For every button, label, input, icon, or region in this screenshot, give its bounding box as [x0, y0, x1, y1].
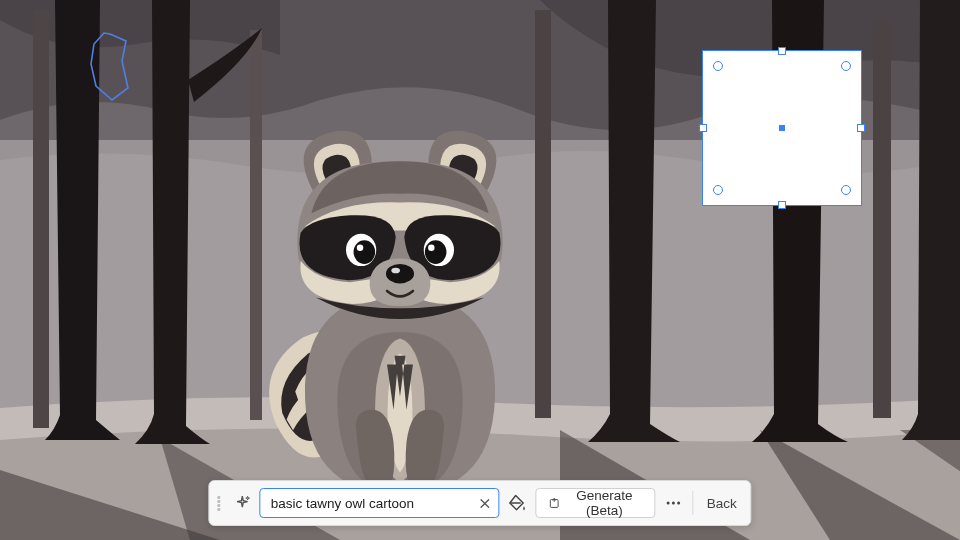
- clear-prompt-icon[interactable]: [476, 494, 494, 512]
- svg-rect-2: [33, 10, 49, 428]
- more-options-icon[interactable]: [663, 490, 684, 516]
- selection-handle-right[interactable]: [857, 124, 865, 132]
- selection-handle-left[interactable]: [699, 124, 707, 132]
- svg-point-8: [386, 264, 414, 283]
- paint-bucket-icon[interactable]: [508, 491, 528, 515]
- svg-point-15: [428, 245, 434, 251]
- selection-handle-br[interactable]: [841, 185, 851, 195]
- svg-rect-3: [250, 30, 262, 420]
- prompt-input[interactable]: [260, 488, 500, 518]
- svg-point-21: [677, 502, 680, 505]
- svg-point-9: [391, 268, 400, 274]
- prompt-field-wrap: [260, 488, 500, 518]
- svg-point-14: [357, 245, 363, 251]
- svg-rect-5: [873, 20, 891, 418]
- selection-handle-tr[interactable]: [841, 61, 851, 71]
- toolbar-divider: [692, 491, 693, 515]
- sparkle-icon[interactable]: [233, 491, 252, 515]
- svg-point-13: [425, 240, 447, 264]
- selection-handle-bl[interactable]: [713, 185, 723, 195]
- back-button-label: Back: [707, 496, 737, 511]
- selection-handle-tl[interactable]: [713, 61, 723, 71]
- generative-fill-selection[interactable]: [702, 50, 862, 206]
- generate-button[interactable]: Generate (Beta): [536, 488, 655, 518]
- canvas[interactable]: Generate (Beta) Back: [0, 0, 960, 540]
- stray-vector-path[interactable]: [82, 30, 152, 106]
- back-button[interactable]: Back: [701, 496, 743, 511]
- svg-point-19: [667, 502, 670, 505]
- svg-rect-4: [535, 10, 551, 418]
- svg-point-12: [354, 240, 376, 264]
- toolbar-drag-grip[interactable]: [214, 496, 222, 511]
- generate-button-label: Generate (Beta): [566, 488, 642, 518]
- selection-handle-bottom[interactable]: [778, 201, 786, 209]
- svg-point-20: [672, 502, 675, 505]
- generative-fill-toolbar: Generate (Beta) Back: [208, 480, 751, 526]
- selection-handle-top[interactable]: [778, 47, 786, 55]
- selection-handle-center[interactable]: [779, 125, 785, 131]
